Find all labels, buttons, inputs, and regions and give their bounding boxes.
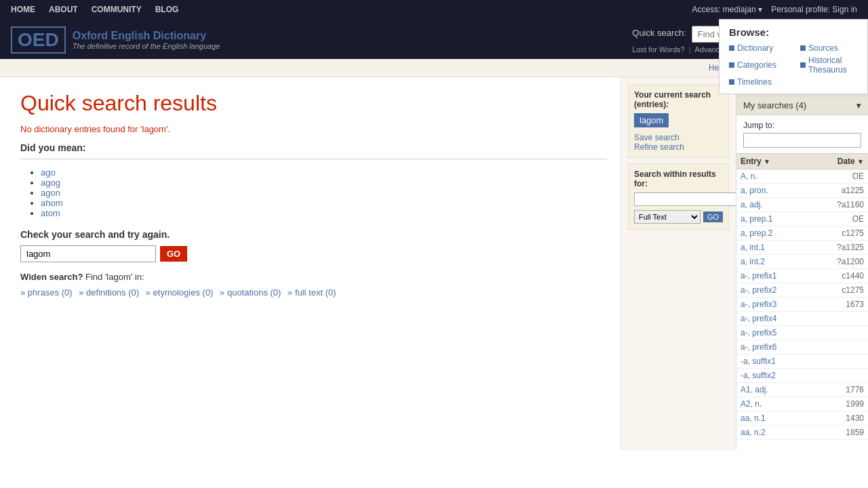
far-right-panel: My entries (0) My searches (4) ▾ Jump to… (736, 77, 868, 450)
within-go-button[interactable]: GO (703, 211, 723, 222)
entry-link[interactable]: a, int.2 (741, 257, 765, 266)
date-cell (810, 340, 868, 354)
entry-sort-arrow: ▼ (764, 158, 770, 165)
entry-link[interactable]: a-, prefix4 (741, 314, 776, 323)
suggestion-agon[interactable]: agon (41, 188, 60, 198)
widen-quotations[interactable]: » quotations (0) (220, 287, 281, 298)
entry-link[interactable]: a, adj. (741, 200, 763, 209)
list-item: agon (41, 188, 607, 198)
date-cell (810, 354, 868, 369)
entry-col-header[interactable]: Entry ▼ (736, 154, 810, 169)
profile-label[interactable]: Personal profile: Sign in (771, 5, 857, 14)
suggestions-list: ago agog agon ahom atom (20, 167, 607, 218)
save-search-link[interactable]: Save search (634, 133, 723, 142)
header-wrapper: OED Oxford English Dictionary The defini… (0, 19, 868, 59)
entry-link[interactable]: A1, adj. (741, 385, 768, 394)
page-title: Quick search results (20, 91, 607, 116)
date-col-header[interactable]: Date ▼ (810, 154, 868, 169)
browse-dictionary-link[interactable]: Dictionary (737, 43, 773, 53)
date-cell: ?a1200 (810, 255, 868, 269)
browse-timelines-link[interactable]: Timelines (737, 77, 772, 87)
list-item: ahom (41, 198, 607, 208)
nav-home[interactable]: HOME (11, 5, 35, 14)
entry-link[interactable]: -a, suffix1 (741, 357, 776, 366)
entry-link[interactable]: aa, n.1 (741, 413, 766, 423)
table-row: A1, adj.1776 (736, 383, 868, 397)
my-searches-bar[interactable]: My searches (4) ▾ (736, 96, 868, 115)
check-search-input[interactable] (20, 245, 156, 262)
search-within-box: Search within results for: in Full Text … (628, 163, 729, 230)
list-item: ago (41, 167, 607, 178)
widen-search-label: Widen search? Find 'lagom' in: (20, 272, 607, 282)
access-label[interactable]: Access: mediajan ▾ (692, 5, 762, 14)
nav-community[interactable]: COMMUNITY (92, 5, 142, 14)
browse-item-categories[interactable]: Categories (729, 56, 787, 75)
entry-link[interactable]: a, prep.1 (741, 214, 772, 224)
browse-sources-link[interactable]: Sources (808, 43, 838, 53)
entry-link[interactable]: A, n. (741, 171, 757, 181)
widen-fulltext[interactable]: » full text (0) (288, 287, 336, 298)
date-cell: ?a1160 (810, 198, 868, 212)
divider (20, 159, 607, 159)
within-select[interactable]: Full Text Headword Definition Quotations (634, 210, 701, 224)
right-panel: Your current search (entries): lagom Sav… (620, 77, 736, 450)
jump-to-label: Jump to: (743, 121, 861, 130)
date-cell: a1225 (810, 184, 868, 198)
entry-link[interactable]: a-, prefix6 (741, 342, 776, 352)
browse-item-timelines[interactable]: Timelines (729, 77, 787, 87)
top-nav-right: Access: mediajan ▾ Personal profile: Sig… (692, 5, 857, 14)
date-cell: 1999 (810, 397, 868, 411)
entry-link[interactable]: a-, prefix2 (741, 285, 776, 295)
browse-dot-timelines (729, 79, 734, 85)
table-row: a, pron.a1225 (736, 184, 868, 198)
table-row: a, adj.?a1160 (736, 198, 868, 212)
table-row: a, int.2?a1200 (736, 255, 868, 269)
entry-link[interactable]: a, int.1 (741, 243, 765, 252)
date-cell: ?a1325 (810, 241, 868, 255)
nav-about[interactable]: ABOUT (49, 5, 78, 14)
check-search-row: GO (20, 245, 607, 262)
my-searches-arrow: ▾ (856, 100, 861, 110)
entry-link[interactable]: a-, prefix5 (741, 328, 776, 338)
table-row: a-, prefix2c1275 (736, 283, 868, 298)
table-row: a-, prefix1c1440 (736, 269, 868, 283)
date-cell: c1440 (810, 269, 868, 283)
logo-area: OED Oxford English Dictionary The defini… (11, 26, 220, 54)
browse-item-sources[interactable]: Sources (800, 43, 858, 53)
jump-to-input[interactable] (743, 133, 861, 148)
entry-link[interactable]: a, pron. (741, 186, 768, 195)
browse-item-dictionary[interactable]: Dictionary (729, 43, 787, 53)
search-within-title: Search within results for: (634, 169, 723, 188)
suggestion-atom[interactable]: atom (41, 208, 60, 218)
entry-link[interactable]: A2, n. (741, 399, 762, 409)
logo-subtitle: The definitive record of the English lan… (73, 42, 220, 50)
suggestion-ahom[interactable]: ahom (41, 198, 63, 208)
entry-link[interactable]: aa, n.2 (741, 428, 766, 437)
entry-link[interactable]: a, prep.2 (741, 228, 772, 238)
browse-panel: Browse: Dictionary Sources Categories Hi… (719, 19, 868, 94)
search-within-input[interactable] (634, 192, 743, 206)
entry-link[interactable]: a-, prefix1 (741, 271, 776, 281)
search-main: Quick search results No dictionary entri… (0, 77, 620, 311)
browse-historical-link[interactable]: HistoricalThesaurus (808, 56, 847, 75)
widen-etymologies[interactable]: » etymologies (0) (146, 287, 214, 298)
suggestion-ago[interactable]: ago (41, 167, 56, 178)
widen-phrases[interactable]: » phrases (0) (20, 287, 73, 298)
date-cell: OE (810, 212, 868, 226)
current-search-box: Your current search (entries): lagom Sav… (628, 84, 729, 158)
browse-item-historical[interactable]: HistoricalThesaurus (800, 56, 858, 75)
refine-search-link[interactable]: Refine search (634, 142, 723, 152)
widen-definitions[interactable]: » definitions (0) (79, 287, 139, 298)
no-results-message: No dictionary entries found for 'lagom'. (20, 124, 607, 134)
check-go-button[interactable]: GO (160, 246, 187, 262)
entry-link[interactable]: a-, prefix3 (741, 300, 776, 309)
nav-blog[interactable]: BLOG (155, 5, 179, 14)
search-within-row: in (634, 192, 723, 206)
table-row: a-, prefix5 (736, 326, 868, 340)
my-searches-label: My searches (4) (743, 100, 806, 110)
suggestion-agog[interactable]: agog (41, 178, 60, 188)
entry-link[interactable]: -a, suffix2 (741, 371, 776, 380)
browse-categories-link[interactable]: Categories (737, 60, 776, 70)
content-area: Quick search results No dictionary entri… (0, 77, 620, 450)
lost-for-words-link[interactable]: Lost for Words? (632, 45, 684, 54)
